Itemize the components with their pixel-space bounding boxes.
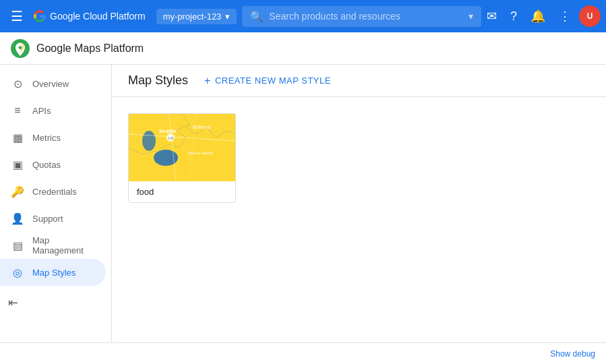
- sidebar-label-support: Support: [32, 214, 63, 224]
- map-thumbnail: Seattle Bellevue Mercer Island I-5: [129, 114, 236, 181]
- collapse-icon[interactable]: ⇤: [8, 295, 18, 310]
- sidebar-item-overview[interactable]: ⊙ Overview: [0, 70, 106, 97]
- sidebar: ⊙ Overview ≡ APIs ▦ Metrics ▣ Quotas 🔑 C…: [0, 65, 112, 342]
- create-btn-label: CREATE NEW MAP STYLE: [215, 75, 331, 86]
- map-management-icon: ▤: [11, 239, 24, 252]
- more-icon-btn[interactable]: ⋮: [553, 3, 576, 29]
- show-debug-link[interactable]: Show debug: [550, 349, 595, 359]
- sidebar-item-credentials[interactable]: 🔑 Credentials: [0, 178, 106, 205]
- search-dropdown-icon: ▾: [468, 11, 473, 22]
- sidebar-item-apis[interactable]: ≡ APIs: [0, 97, 106, 124]
- sidebar-label-overview: Overview: [32, 79, 69, 89]
- quotas-icon: ▣: [11, 158, 24, 171]
- product-header: Google Maps Platform: [0, 32, 606, 65]
- sidebar-label-map-management: Map Management: [32, 235, 95, 255]
- content-header: Map Styles + CREATE NEW MAP STYLE: [112, 65, 606, 97]
- search-bar[interactable]: 🔍 ▾: [242, 6, 481, 27]
- metrics-icon: ▦: [11, 131, 24, 144]
- menu-icon[interactable]: ☰: [5, 3, 28, 30]
- topbar-actions: ✉ ? 🔔 ⋮ U: [481, 3, 601, 29]
- search-input[interactable]: [269, 11, 468, 22]
- project-name: my-project-123: [163, 11, 222, 22]
- svg-text:I-5: I-5: [169, 136, 174, 140]
- apis-icon: ≡: [11, 104, 24, 117]
- svg-point-6: [142, 131, 156, 151]
- overview-icon: ⊙: [11, 78, 24, 90]
- create-btn-icon: +: [204, 75, 211, 87]
- sidebar-label-metrics: Metrics: [32, 133, 61, 143]
- avatar[interactable]: U: [579, 5, 601, 27]
- svg-text:Bellevue: Bellevue: [193, 125, 211, 129]
- search-icon: 🔍: [250, 10, 264, 23]
- sidebar-item-map-management[interactable]: ▤ Map Management: [0, 232, 106, 259]
- main-layout: ⊙ Overview ≡ APIs ▦ Metrics ▣ Quotas 🔑 C…: [0, 65, 606, 342]
- topbar-title: Google Cloud Platform: [50, 11, 146, 22]
- email-icon-btn[interactable]: ✉: [481, 3, 502, 29]
- sidebar-label-quotas: Quotas: [32, 160, 61, 170]
- support-icon: 👤: [11, 212, 24, 225]
- sidebar-label-credentials: Credentials: [32, 187, 77, 197]
- product-name: Google Maps Platform: [36, 42, 144, 55]
- sidebar-item-map-styles[interactable]: ◎ Map Styles: [0, 259, 106, 286]
- map-style-card[interactable]: Seattle Bellevue Mercer Island I-5 food: [128, 113, 236, 203]
- project-selector[interactable]: my-project-123 ▾: [156, 9, 237, 24]
- map-card-label: food: [129, 181, 235, 202]
- create-new-map-style-button[interactable]: + CREATE NEW MAP STYLE: [204, 75, 331, 87]
- dropdown-icon: ▾: [225, 11, 230, 22]
- bottom-bar: Show debug: [0, 342, 606, 364]
- map-styles-icon: ◎: [11, 266, 24, 279]
- maps-logo: [11, 39, 30, 58]
- svg-text:Seattle: Seattle: [159, 128, 177, 134]
- credentials-icon: 🔑: [11, 185, 24, 198]
- sidebar-item-quotas[interactable]: ▣ Quotas: [0, 151, 106, 178]
- content-title: Map Styles: [128, 73, 188, 88]
- sidebar-item-metrics[interactable]: ▦ Metrics: [0, 124, 106, 151]
- sidebar-item-support[interactable]: 👤 Support: [0, 205, 106, 232]
- sidebar-label-map-styles: Map Styles: [32, 268, 75, 278]
- help-icon-btn[interactable]: ?: [505, 4, 522, 29]
- topbar-logo: Google Cloud Platform: [34, 10, 146, 22]
- sidebar-label-apis: APIs: [32, 106, 51, 116]
- svg-text:Mercer Island: Mercer Island: [188, 151, 212, 155]
- content-area: Map Styles + CREATE NEW MAP STYLE: [112, 65, 606, 342]
- notification-icon-btn[interactable]: 🔔: [525, 3, 551, 29]
- topbar: ☰ Google Cloud Platform my-project-123 ▾…: [0, 0, 606, 32]
- content-body: Seattle Bellevue Mercer Island I-5 food: [112, 97, 606, 342]
